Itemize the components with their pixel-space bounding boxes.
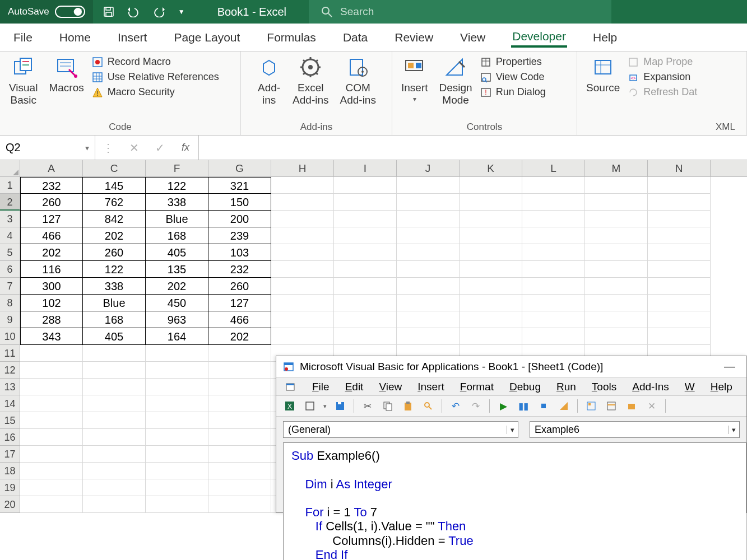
cell[interactable] — [20, 395, 83, 412]
cell[interactable] — [397, 244, 460, 261]
cell[interactable] — [20, 379, 83, 395]
row-header[interactable]: 20 — [0, 496, 20, 513]
col-header-G[interactable]: G — [208, 160, 271, 176]
col-header-L[interactable]: L — [522, 160, 585, 176]
cell[interactable] — [146, 429, 208, 446]
cell[interactable] — [397, 211, 460, 227]
cell[interactable] — [208, 479, 271, 496]
cell[interactable]: 150 — [208, 194, 271, 211]
cell[interactable] — [397, 177, 460, 194]
row-header[interactable]: 8 — [0, 295, 20, 311]
minimize-icon[interactable]: ― — [720, 360, 740, 373]
cell[interactable]: 102 — [20, 295, 83, 311]
cell[interactable] — [460, 244, 522, 261]
cell[interactable] — [20, 496, 83, 513]
row-header[interactable]: 9 — [0, 311, 20, 328]
save-icon[interactable] — [103, 6, 114, 17]
cell[interactable] — [648, 177, 711, 194]
formula-input[interactable] — [199, 136, 747, 160]
cell[interactable] — [334, 328, 397, 345]
col-header-C[interactable]: C — [83, 160, 146, 176]
cell[interactable] — [397, 194, 460, 211]
cell[interactable] — [83, 379, 146, 395]
tab-review[interactable]: Review — [393, 29, 434, 46]
addins-button[interactable]: Add- ins — [253, 55, 285, 108]
cell[interactable] — [648, 261, 711, 278]
cell[interactable] — [20, 463, 83, 479]
cell[interactable] — [146, 412, 208, 429]
cell[interactable] — [20, 429, 83, 446]
cell[interactable] — [83, 362, 146, 379]
autosave-toggle[interactable]: Off — [55, 6, 85, 18]
qat-dropdown-icon[interactable]: ▼ — [178, 8, 185, 16]
cell[interactable] — [20, 446, 83, 463]
cell[interactable] — [20, 479, 83, 496]
source-button[interactable]: Source — [583, 55, 623, 95]
row-header[interactable]: 11 — [0, 345, 20, 362]
cell[interactable]: 232 — [208, 261, 271, 278]
cell[interactable] — [146, 379, 208, 395]
cell[interactable] — [208, 412, 271, 429]
cell[interactable] — [522, 311, 585, 328]
cell[interactable] — [460, 227, 522, 244]
fx-icon[interactable]: fx — [173, 142, 198, 153]
vba-menu-file[interactable]: File — [312, 381, 330, 393]
cell[interactable] — [83, 345, 146, 362]
cell[interactable]: 200 — [208, 211, 271, 227]
tab-help[interactable]: Help — [592, 29, 618, 46]
vba-menu-debug[interactable]: Debug — [509, 381, 541, 393]
cell[interactable] — [397, 227, 460, 244]
cell[interactable] — [585, 244, 648, 261]
cell[interactable] — [271, 194, 334, 211]
cell[interactable] — [146, 446, 208, 463]
vba-menu-view[interactable]: View — [379, 381, 402, 393]
cell[interactable] — [397, 278, 460, 295]
excel-addins-button[interactable]: Excel Add-ins — [289, 55, 332, 108]
redo-icon[interactable] — [152, 6, 166, 17]
cell[interactable] — [522, 194, 585, 211]
cell[interactable] — [522, 244, 585, 261]
row-header[interactable]: 6 — [0, 261, 20, 278]
row-header[interactable]: 19 — [0, 479, 20, 496]
cell[interactable] — [522, 278, 585, 295]
cell[interactable] — [460, 194, 522, 211]
macro-security-button[interactable]: ! Macro Security — [92, 86, 219, 98]
row-header[interactable]: 5 — [0, 244, 20, 261]
cell[interactable]: 762 — [83, 194, 146, 211]
col-header-A[interactable]: A — [20, 160, 83, 176]
cell[interactable] — [585, 227, 648, 244]
find-icon[interactable] — [421, 399, 435, 413]
cell[interactable] — [585, 261, 648, 278]
cell[interactable] — [334, 194, 397, 211]
com-addins-button[interactable]: COM Add-ins — [337, 55, 379, 108]
cell[interactable] — [585, 295, 648, 311]
cell[interactable] — [208, 463, 271, 479]
undo-icon[interactable]: ↶ — [449, 399, 462, 413]
cell[interactable] — [397, 261, 460, 278]
cell[interactable] — [271, 311, 334, 328]
row-header[interactable]: 13 — [0, 379, 20, 395]
cell[interactable] — [271, 227, 334, 244]
search-box[interactable]: Search — [309, 0, 611, 24]
cell[interactable]: 103 — [208, 244, 271, 261]
cell[interactable]: 127 — [208, 295, 271, 311]
col-header-J[interactable]: J — [397, 160, 460, 176]
vba-menu-add-ins[interactable]: Add-Ins — [632, 381, 669, 393]
cell[interactable] — [585, 328, 648, 345]
cell[interactable] — [271, 278, 334, 295]
cell[interactable]: 343 — [20, 328, 83, 345]
cell[interactable] — [397, 311, 460, 328]
col-header-M[interactable]: M — [585, 160, 648, 176]
tab-insert[interactable]: Insert — [117, 29, 149, 46]
row-header[interactable]: 3 — [0, 211, 20, 227]
cell[interactable] — [648, 295, 711, 311]
cell[interactable]: 338 — [146, 194, 208, 211]
cell[interactable] — [522, 227, 585, 244]
cell[interactable] — [83, 429, 146, 446]
cell[interactable] — [271, 177, 334, 194]
cell[interactable] — [397, 328, 460, 345]
cell[interactable] — [271, 211, 334, 227]
cell[interactable]: Blue — [146, 211, 208, 227]
cell[interactable]: 202 — [146, 278, 208, 295]
excel-icon[interactable]: X — [283, 399, 296, 413]
